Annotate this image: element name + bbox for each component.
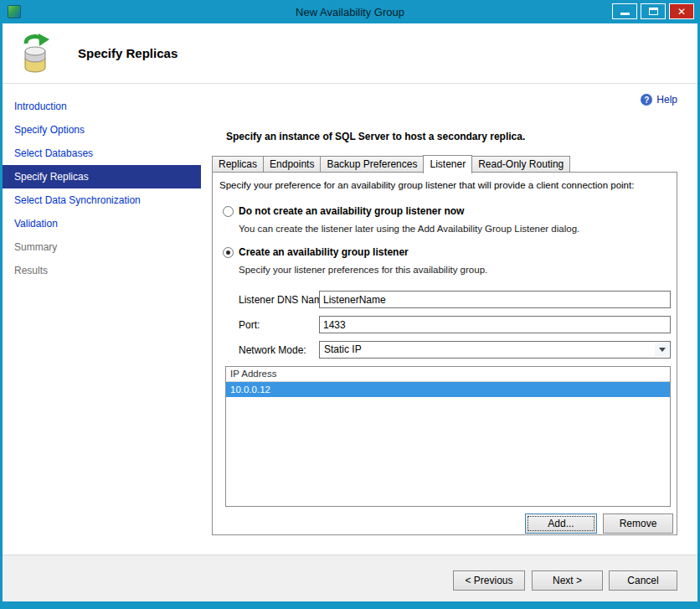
help-icon: ? <box>641 94 652 106</box>
listener-tab-panel: Specify your preference for an availabil… <box>212 172 677 535</box>
dns-name-label: Listener DNS Name: <box>239 294 331 306</box>
sidebar-item-select-databases[interactable]: Select Databases <box>3 142 201 165</box>
tab-endpoints[interactable]: Endpoints <box>263 156 321 173</box>
ip-address-list: IP Address 10.0.0.12 <box>225 366 671 507</box>
sidebar-item-select-data-synchronization[interactable]: Select Data Synchronization <box>3 188 201 212</box>
instruction-text: Specify an instance of SQL Server to hos… <box>226 131 525 142</box>
availability-group-icon <box>18 33 56 75</box>
port-label: Port: <box>239 319 260 331</box>
tab-backup-preferences[interactable]: Backup Preferences <box>320 156 424 173</box>
radio-no-listener[interactable] <box>223 206 234 217</box>
help-label: Help <box>656 94 677 106</box>
network-mode-label: Network Mode: <box>239 344 306 356</box>
radio-no-listener-label[interactable]: Do not create an availability group list… <box>239 205 464 217</box>
cancel-button[interactable]: Cancel <box>609 570 677 591</box>
close-icon: ✕ <box>677 7 686 17</box>
tab-replicas[interactable]: Replicas <box>212 156 264 173</box>
add-button[interactable]: Add... <box>525 514 597 534</box>
sidebar-item-specify-replicas[interactable]: Specify Replicas <box>3 165 201 188</box>
network-mode-value: Static IP <box>324 343 362 355</box>
minimize-icon <box>620 13 630 15</box>
previous-button[interactable]: < Previous <box>453 570 525 591</box>
page-title: Specify Replicas <box>78 46 178 60</box>
minimize-button[interactable] <box>612 3 637 19</box>
remove-button[interactable]: Remove <box>603 514 673 534</box>
radio-create-listener-description: Specify your listener preferences for th… <box>239 265 487 275</box>
radio-create-listener-label[interactable]: Create an availability group listener <box>239 246 409 258</box>
sidebar-item-validation[interactable]: Validation <box>3 212 201 235</box>
listener-intro-text: Specify your preference for an availabil… <box>219 180 673 190</box>
chevron-down-icon <box>655 343 669 357</box>
wizard-steps-sidebar: Introduction Specify Options Select Data… <box>3 84 201 555</box>
sidebar-item-results: Results <box>3 259 201 282</box>
radio-create-listener[interactable] <box>223 247 234 258</box>
window-controls: ✕ <box>609 3 694 19</box>
wizard-main-panel: ? Help Specify an instance of SQL Server… <box>201 84 697 555</box>
window-title: New Availability Group <box>3 6 697 18</box>
tab-listener[interactable]: Listener <box>423 155 472 173</box>
help-link[interactable]: ? Help <box>641 94 677 106</box>
replica-tabs: Replicas Endpoints Backup Preferences Li… <box>212 154 677 173</box>
network-mode-select[interactable]: Static IP <box>319 341 671 359</box>
sidebar-item-introduction[interactable]: Introduction <box>3 95 201 118</box>
titlebar: New Availability Group ✕ <box>3 0 697 23</box>
ip-address-row[interactable]: 10.0.0.12 <box>226 382 670 397</box>
sidebar-item-summary: Summary <box>3 235 201 259</box>
sidebar-item-specify-options[interactable]: Specify Options <box>3 118 201 142</box>
close-button[interactable]: ✕ <box>669 3 694 19</box>
port-input[interactable] <box>319 316 671 333</box>
radio-no-listener-description: You can create the listener later using … <box>239 224 579 234</box>
new-availability-group-window: New Availability Group ✕ Specify Replica… <box>0 0 700 609</box>
dns-name-input[interactable] <box>319 291 671 308</box>
next-button[interactable]: Next > <box>532 570 603 591</box>
maximize-button[interactable] <box>641 3 666 19</box>
wizard-footer: < Previous Next > Cancel <box>3 555 697 601</box>
wizard-header: Specify Replicas <box>3 23 697 84</box>
ip-address-column-header[interactable]: IP Address <box>226 367 670 382</box>
maximize-icon <box>649 8 658 15</box>
tab-read-only-routing[interactable]: Read-Only Routing <box>471 156 570 173</box>
